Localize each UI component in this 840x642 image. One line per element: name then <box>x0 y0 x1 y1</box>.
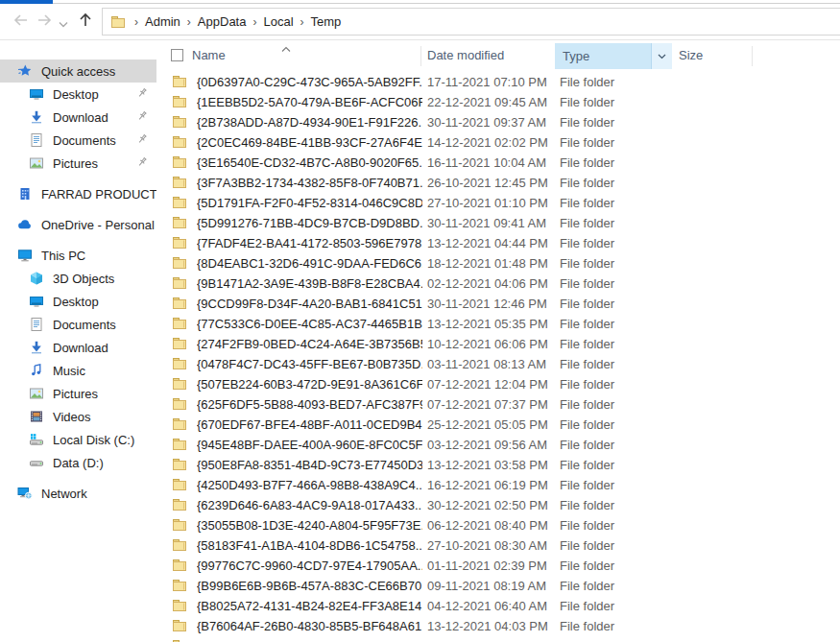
breadcrumb-segment-local[interactable]: Local <box>263 14 293 29</box>
table-row[interactable]: {3E16540E-CD32-4B7C-A8B0-9020F65...16-11… <box>156 153 840 173</box>
sidebar-item-network[interactable]: Network <box>0 482 156 505</box>
sidebar-item-this-pc[interactable]: This PC <box>0 244 156 267</box>
breadcrumb-segment-appdata[interactable]: AppData <box>198 14 247 29</box>
table-row[interactable]: {35055B08-1D3E-4240-A804-5F95F73E...06-1… <box>156 515 840 535</box>
file-name[interactable]: {4250D493-B7F7-466A-98B8-438A9C4... <box>197 475 422 495</box>
forward-button[interactable] <box>36 12 54 31</box>
network-icon <box>17 486 33 501</box>
file-name[interactable]: {0478F4C7-DC43-45FF-BE67-B0B735D... <box>197 354 422 374</box>
file-name[interactable]: {1EEBB5D2-5A70-479A-BE6F-ACFC06F... <box>197 92 422 112</box>
file-name[interactable]: {2C0EC469-84BE-41BB-93CF-27A6F4E... <box>197 132 422 153</box>
sidebar-item-documents[interactable]: Documents <box>0 313 156 336</box>
sidebar-item-pictures[interactable]: Pictures <box>0 152 156 175</box>
building-icon <box>17 186 33 202</box>
file-name[interactable]: {35055B08-1D3E-4240-A804-5F95F73E... <box>197 515 422 535</box>
file-name[interactable]: {9CCD99F8-D34F-4A20-BAB1-6841C51... <box>197 294 422 314</box>
file-name[interactable]: {625F6DF5-5B88-4093-BED7-AFC387F9... <box>197 394 422 415</box>
sidebar-item-videos[interactable]: Videos <box>0 405 156 428</box>
table-row[interactable]: {1EEBB5D2-5A70-479A-BE6F-ACFC06F...22-12… <box>156 92 840 112</box>
table-row[interactable]: {B99B6E6B-9B6B-457A-883C-CE66B70...09-11… <box>156 576 840 596</box>
file-name[interactable]: {B76064AF-26B0-4830-85B5-BF648A61... <box>197 616 422 636</box>
sidebar-item-3d-objects[interactable]: 3D Objects <box>0 267 156 290</box>
sidebar-item-documents[interactable]: Documents <box>0 129 156 152</box>
file-name[interactable]: {5D1791FA-F2F0-4F52-8314-046C9C8D... <box>197 193 422 213</box>
file-name[interactable]: {99776C7C-9960-4CD7-97E4-17905AA... <box>197 556 422 576</box>
up-button[interactable] <box>77 12 94 32</box>
column-header-date-modified[interactable]: Date modified <box>427 48 504 62</box>
file-name[interactable]: {3E16540E-CD32-4B7C-A8B0-9020F65... <box>197 153 422 173</box>
table-row[interactable]: {7FADF4E2-BA41-4172-8503-596E7978...13-1… <box>156 233 840 253</box>
sidebar-item-label: Music <box>53 364 85 378</box>
table-row[interactable]: {B76064AF-26B0-4830-85B5-BF648A61...13-1… <box>156 616 840 636</box>
file-name[interactable]: {507EB224-60B3-472D-9E91-8A361C6F... <box>197 374 422 394</box>
file-name[interactable]: {5D991276-71BB-4DC9-B7CB-D9D8BD... <box>197 213 422 233</box>
table-row[interactable]: {950E8FA8-8351-4B4D-9C73-E77450D3...13-1… <box>156 455 840 475</box>
file-name[interactable]: {B8025A72-4131-4B24-82E4-FF3A8E14... <box>197 596 422 616</box>
sidebar-item-download[interactable]: Download <box>0 106 156 129</box>
sidebar-item-desktop[interactable]: Desktop <box>0 290 156 313</box>
sidebar-item-onedrive-personal[interactable]: OneDrive - Personal <box>0 213 156 236</box>
table-row[interactable]: {58183F41-A1BA-4104-8DB6-1C54758...27-10… <box>156 535 840 556</box>
select-all-checkbox[interactable] <box>171 49 183 61</box>
file-date-modified: 09-11-2021 08:19 AM <box>427 576 557 596</box>
file-name[interactable]: {2B738ADD-A87D-4934-90E1-F91F226... <box>197 112 422 132</box>
file-name[interactable]: {7FADF4E2-BA41-4172-8503-596E7978... <box>197 233 422 253</box>
file-name[interactable]: {58183F41-A1BA-4104-8DB6-1C54758... <box>197 535 422 556</box>
sidebar-item-desktop[interactable]: Desktop <box>0 83 156 106</box>
column-header-size[interactable]: Size <box>679 48 703 62</box>
document-icon <box>29 317 44 332</box>
column-divider[interactable] <box>420 46 421 66</box>
table-row[interactable]: {8D4EABC1-32D6-491C-9DAA-FED6C6...18-12-… <box>156 253 840 273</box>
table-row[interactable]: {0D6397A0-C29C-473C-965A-5AB92FF...17-11… <box>156 72 840 92</box>
file-name[interactable]: {9B1471A2-3A9E-439B-B8F8-E28CBA4... <box>197 273 422 294</box>
type-filter-dropdown[interactable] <box>651 43 672 69</box>
breadcrumb-segment-temp[interactable]: Temp <box>311 14 342 29</box>
file-name[interactable]: {8D4EABC1-32D6-491C-9DAA-FED6C6... <box>197 253 422 273</box>
recent-locations-button[interactable] <box>59 17 68 32</box>
table-row[interactable]: {625F6DF5-5B88-4093-BED7-AFC387F9...07-1… <box>156 394 840 415</box>
table-row[interactable]: {945E48BF-DAEE-400A-960E-8FC0C5F...03-12… <box>156 435 840 455</box>
address-bar[interactable]: ›Admin›AppData›Local›Temp <box>102 8 840 36</box>
table-row[interactable]: {99776C7C-9960-4CD7-97E4-17905AA...01-11… <box>156 556 840 576</box>
breadcrumb-segment-admin[interactable]: Admin <box>145 14 180 29</box>
sidebar-item-local-disk-c[interactable]: Local Disk (C:) <box>0 428 156 451</box>
sidebar-item-pictures[interactable]: Pictures <box>0 382 156 405</box>
file-name[interactable]: {B99B6E6B-9B6B-457A-883C-CE66B70... <box>197 576 422 596</box>
file-name[interactable]: {945E48BF-DAEE-400A-960E-8FC0C5F... <box>197 435 422 455</box>
column-header-type[interactable]: Type <box>555 43 672 69</box>
table-row[interactable]: {0478F4C7-DC43-45FF-BE67-B0B735D...03-11… <box>156 354 840 374</box>
table-row[interactable]: {9CCD99F8-D34F-4A20-BAB1-6841C51...30-11… <box>156 294 840 314</box>
table-row[interactable]: {507EB224-60B3-472D-9E91-8A361C6F...07-1… <box>156 374 840 394</box>
file-name[interactable]: {274F2FB9-0BED-4C24-A64E-3B7356B5... <box>197 334 422 354</box>
file-name[interactable]: {77C533C6-D0EE-4C85-AC37-4465B1B... <box>197 314 422 334</box>
table-row[interactable]: {2B738ADD-A87D-4934-90E1-F91F226...30-11… <box>156 112 840 132</box>
table-row-partial[interactable] <box>156 636 840 642</box>
sidebar-item-download[interactable]: Download <box>0 336 156 359</box>
table-row[interactable]: {2C0EC469-84BE-41BB-93CF-27A6F4E...14-12… <box>156 132 840 153</box>
file-name[interactable]: {950E8FA8-8351-4B4D-9C73-E77450D3... <box>197 455 422 475</box>
table-row[interactable]: {6239D646-6A83-4AC9-9A18-017A433...30-12… <box>156 495 840 515</box>
file-date-modified: 03-11-2021 08:13 AM <box>427 354 557 374</box>
file-name[interactable]: {0D6397A0-C29C-473C-965A-5AB92FF... <box>197 72 422 92</box>
file-name[interactable]: {3F7A3BB2-1734-4382-85F8-0F740B71... <box>197 173 422 193</box>
back-button[interactable] <box>12 12 29 31</box>
column-divider[interactable] <box>752 46 753 66</box>
table-row[interactable]: {5D1791FA-F2F0-4F52-8314-046C9C8D...27-1… <box>156 193 840 213</box>
table-row[interactable]: {B8025A72-4131-4B24-82E4-FF3A8E14...04-1… <box>156 596 840 616</box>
folder-icon <box>172 155 187 170</box>
file-name[interactable]: {670EDF67-BFE4-48BF-A011-0CED9B4... <box>197 415 422 435</box>
table-row[interactable]: {274F2FB9-0BED-4C24-A64E-3B7356B5...10-1… <box>156 334 840 354</box>
table-row[interactable]: {4250D493-B7F7-466A-98B8-438A9C4...16-12… <box>156 475 840 495</box>
table-row[interactable]: {5D991276-71BB-4DC9-B7CB-D9D8BD...30-11-… <box>156 213 840 233</box>
table-row[interactable]: {670EDF67-BFE4-48BF-A011-0CED9B4...25-12… <box>156 415 840 435</box>
column-header-name[interactable]: Name <box>192 48 226 62</box>
picture-icon <box>29 155 44 171</box>
sidebar-item-music[interactable]: Music <box>0 359 156 382</box>
sidebar-item-farrad-production[interactable]: FARRAD PRODUCTION <box>0 182 156 205</box>
sidebar-item-quick-access[interactable]: Quick access <box>0 59 156 83</box>
table-row[interactable]: {9B1471A2-3A9E-439B-B8F8-E28CBA4...02-12… <box>156 273 840 294</box>
table-row[interactable]: {3F7A3BB2-1734-4382-85F8-0F740B71...26-1… <box>156 173 840 193</box>
sidebar-item-data-d[interactable]: Data (D:) <box>0 451 156 474</box>
table-row[interactable]: {77C533C6-D0EE-4C85-AC37-4465B1B...13-12… <box>156 314 840 334</box>
file-name[interactable]: {6239D646-6A83-4AC9-9A18-017A433... <box>197 495 422 515</box>
